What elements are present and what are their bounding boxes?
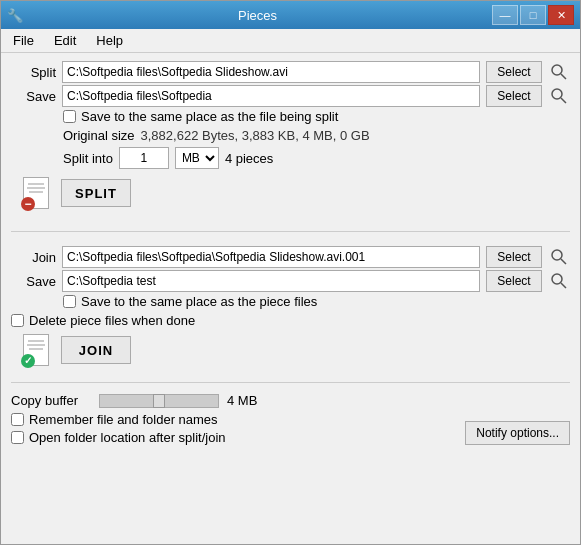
join-same-place-label: Save to the same place as the piece file… <box>81 294 317 309</box>
join-section: Join Select Save Select <box>11 246 570 372</box>
split-file-icon: − <box>21 175 53 211</box>
svg-point-0 <box>552 65 562 75</box>
content-area: Split Select Save Select <box>1 53 580 544</box>
join-btn-row: ✓ JOIN <box>21 332 570 368</box>
open-folder-label: Open folder location after split/join <box>29 430 226 445</box>
split-same-place-checkbox[interactable] <box>63 110 76 123</box>
split-unit-select[interactable]: MB KB GB <box>175 147 219 169</box>
split-save-input[interactable] <box>62 85 480 107</box>
join-search-button[interactable] <box>548 246 570 268</box>
join-button[interactable]: JOIN <box>61 336 131 364</box>
split-section: Split Select Save Select <box>11 61 570 221</box>
close-button[interactable]: ✕ <box>548 5 574 25</box>
magnifier-icon-4 <box>551 273 567 289</box>
split-path-row: Split Select <box>11 61 570 83</box>
split-btn-row: − SPLIT <box>21 175 570 211</box>
split-path-input[interactable] <box>62 61 480 83</box>
copy-buffer-label: Copy buffer <box>11 393 91 408</box>
original-size-value: 3,882,622 Bytes, 3,883 KB, 4 MB, 0 GB <box>141 128 370 143</box>
join-save-input[interactable] <box>62 270 480 292</box>
join-same-place-row: Save to the same place as the piece file… <box>63 294 570 309</box>
original-size-row: Original size 3,882,622 Bytes, 3,883 KB,… <box>63 128 570 143</box>
join-file-icon: ✓ <box>21 332 53 368</box>
main-window: 🔧 Pieces — □ ✕ File Edit Help Split Sele… <box>0 0 581 545</box>
section-divider-2 <box>11 382 570 383</box>
window-controls: — □ ✕ <box>492 5 574 25</box>
split-save-label: Save <box>11 89 56 104</box>
split-select-button[interactable]: Select <box>486 61 542 83</box>
svg-line-3 <box>561 98 566 103</box>
join-save-select-button[interactable]: Select <box>486 270 542 292</box>
join-path-input[interactable] <box>62 246 480 268</box>
menu-bar: File Edit Help <box>1 29 580 53</box>
footer-checkboxes: Remember file and folder names Open fold… <box>11 412 226 445</box>
delete-pieces-row: Delete piece files when done <box>11 313 570 328</box>
split-into-row: Split into MB KB GB 4 pieces <box>63 147 570 169</box>
split-search-button[interactable] <box>548 61 570 83</box>
split-save-select-button[interactable]: Select <box>486 85 542 107</box>
join-select-button[interactable]: Select <box>486 246 542 268</box>
open-folder-checkbox[interactable] <box>11 431 24 444</box>
svg-line-1 <box>561 74 566 79</box>
menu-edit[interactable]: Edit <box>46 31 84 50</box>
notify-options-button[interactable]: Notify options... <box>465 421 570 445</box>
split-into-input[interactable] <box>119 147 169 169</box>
remember-label: Remember file and folder names <box>29 412 218 427</box>
window-icon: 🔧 <box>7 7 23 23</box>
footer-area: Remember file and folder names Open fold… <box>11 412 570 445</box>
notify-row: Notify options... <box>465 421 570 445</box>
copy-buffer-value: 4 MB <box>227 393 257 408</box>
join-same-place-checkbox[interactable] <box>63 295 76 308</box>
join-save-search-button[interactable] <box>548 270 570 292</box>
title-bar: 🔧 Pieces — □ ✕ <box>1 1 580 29</box>
svg-line-7 <box>561 283 566 288</box>
menu-help[interactable]: Help <box>88 31 131 50</box>
split-save-search-button[interactable] <box>548 85 570 107</box>
delete-pieces-checkbox[interactable] <box>11 314 24 327</box>
magnifier-icon-3 <box>551 249 567 265</box>
copy-buffer-slider[interactable] <box>99 394 219 408</box>
open-folder-row: Open folder location after split/join <box>11 430 226 445</box>
maximize-button[interactable]: □ <box>520 5 546 25</box>
copy-buffer-row: Copy buffer 4 MB <box>11 393 570 408</box>
join-check-badge: ✓ <box>21 354 35 368</box>
split-minus-badge: − <box>21 197 35 211</box>
remember-row: Remember file and folder names <box>11 412 226 427</box>
svg-line-5 <box>561 259 566 264</box>
svg-point-6 <box>552 274 562 284</box>
svg-point-2 <box>552 89 562 99</box>
svg-point-4 <box>552 250 562 260</box>
magnifier-icon <box>551 64 567 80</box>
split-save-row: Save Select <box>11 85 570 107</box>
magnifier-icon-2 <box>551 88 567 104</box>
join-label: Join <box>11 250 56 265</box>
split-same-place-row: Save to the same place as the file being… <box>63 109 570 124</box>
pieces-label: 4 pieces <box>225 151 273 166</box>
remember-checkbox[interactable] <box>11 413 24 426</box>
delete-pieces-label: Delete piece files when done <box>29 313 195 328</box>
join-path-row: Join Select <box>11 246 570 268</box>
split-into-label: Split into <box>63 151 113 166</box>
minimize-button[interactable]: — <box>492 5 518 25</box>
split-same-place-label: Save to the same place as the file being… <box>81 109 338 124</box>
settings-section: Copy buffer 4 MB Remember file and folde… <box>11 393 570 445</box>
window-title: Pieces <box>23 8 492 23</box>
section-divider <box>11 231 570 232</box>
join-save-label: Save <box>11 274 56 289</box>
split-label: Split <box>11 65 56 80</box>
menu-file[interactable]: File <box>5 31 42 50</box>
join-save-row: Save Select <box>11 270 570 292</box>
original-size-label: Original size <box>63 128 135 143</box>
split-button[interactable]: SPLIT <box>61 179 131 207</box>
